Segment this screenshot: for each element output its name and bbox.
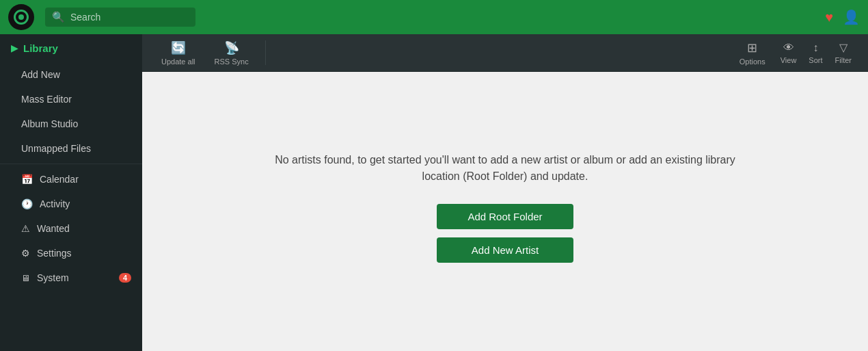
filter-icon: ▽	[839, 41, 847, 54]
add-root-folder-button[interactable]: Add Root Folder	[437, 204, 573, 229]
filter-label: Filter	[835, 56, 852, 64]
options-label: Options	[740, 57, 765, 66]
sort-button[interactable]: ↕ Sort	[803, 38, 828, 68]
sidebar-mass-editor-label: Mass Editor	[21, 94, 72, 105]
settings-icon: ⚙	[21, 248, 30, 259]
user-icon[interactable]: 👤	[843, 9, 860, 25]
view-icon: 👁	[783, 42, 794, 54]
sort-label: Sort	[809, 56, 822, 64]
view-button[interactable]: 👁 View	[775, 38, 802, 68]
sidebar-album-studio-label: Album Studio	[21, 118, 78, 129]
rss-icon: 📡	[224, 40, 239, 55]
sidebar-settings-label: Settings	[37, 248, 72, 259]
calendar-icon: 📅	[21, 174, 33, 185]
sort-icon: ↕	[813, 42, 818, 54]
update-all-label: Update all	[161, 57, 195, 66]
sidebar-add-new-label: Add New	[21, 69, 60, 80]
sidebar-item-mass-editor[interactable]: Mass Editor	[0, 87, 142, 112]
system-badge: 4	[119, 273, 131, 283]
sidebar-item-system[interactable]: 🖥 System 4	[0, 265, 142, 290]
add-new-artist-button[interactable]: Add New Artist	[437, 237, 573, 263]
app-logo[interactable]	[8, 4, 34, 30]
sidebar-item-unmapped-files[interactable]: Unmapped Files	[0, 136, 142, 161]
sidebar-unmapped-files-label: Unmapped Files	[21, 143, 91, 154]
search-input[interactable]	[70, 12, 187, 23]
main-layout: ▶ Library Add New Mass Editor Album Stud…	[0, 34, 868, 351]
main-panel: 🔄 Update all 📡 RSS Sync ⊞ Options 👁 View	[142, 34, 868, 351]
sidebar-divider	[0, 164, 142, 164]
update-all-icon: 🔄	[171, 40, 186, 55]
logo-graphic	[14, 10, 29, 25]
sidebar-item-calendar[interactable]: 📅 Calendar	[0, 167, 142, 192]
heart-icon[interactable]: ♥	[825, 10, 833, 25]
sidebar-item-wanted[interactable]: ⚠ Wanted	[0, 216, 142, 241]
play-icon: ▶	[11, 43, 18, 53]
sidebar-library-header[interactable]: ▶ Library	[0, 34, 142, 62]
sidebar-wanted-label: Wanted	[37, 223, 70, 234]
top-navigation: 🔍 ♥ 👤	[0, 0, 868, 34]
wanted-icon: ⚠	[21, 223, 30, 234]
sidebar-item-album-studio[interactable]: Album Studio	[0, 112, 142, 136]
system-icon: 🖥	[21, 273, 30, 283]
sidebar-item-settings[interactable]: ⚙ Settings	[0, 241, 142, 265]
toolbar: 🔄 Update all 📡 RSS Sync ⊞ Options 👁 View	[142, 34, 868, 72]
toolbar-separator	[265, 40, 266, 65]
view-label: View	[781, 56, 797, 64]
sidebar-item-add-new[interactable]: Add New	[0, 62, 142, 87]
sidebar-activity-label: Activity	[40, 198, 70, 209]
sidebar-calendar-label: Calendar	[40, 174, 79, 185]
empty-message: No artists found, to get started you'll …	[266, 152, 744, 185]
search-wrapper: 🔍	[45, 8, 195, 27]
sidebar: ▶ Library Add New Mass Editor Album Stud…	[0, 34, 142, 351]
toolbar-right-actions: ⊞ Options 👁 View ↕ Sort ▽ Filter	[731, 36, 857, 70]
filter-button[interactable]: ▽ Filter	[830, 37, 857, 68]
sidebar-item-activity[interactable]: 🕐 Activity	[0, 192, 142, 216]
content-area: No artists found, to get started you'll …	[142, 72, 868, 351]
update-all-button[interactable]: 🔄 Update all	[153, 36, 204, 70]
rss-sync-button[interactable]: 📡 RSS Sync	[206, 36, 257, 70]
options-button[interactable]: ⊞ Options	[731, 36, 774, 70]
sidebar-system-label: System	[37, 272, 69, 283]
sidebar-library-label: Library	[23, 42, 58, 54]
options-icon: ⊞	[747, 40, 757, 55]
rss-sync-label: RSS Sync	[215, 57, 249, 66]
search-icon: 🔍	[52, 11, 65, 23]
topnav-right: ♥ 👤	[825, 9, 860, 25]
activity-icon: 🕐	[21, 198, 33, 209]
